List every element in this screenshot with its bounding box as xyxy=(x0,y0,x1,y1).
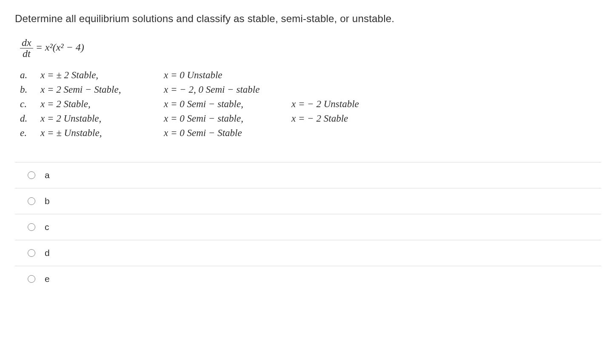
option-row-b[interactable]: b xyxy=(15,188,601,214)
radio-c[interactable] xyxy=(28,223,35,231)
answer-label: d. xyxy=(20,113,40,124)
equation-rhs: = x²(x² − 4) xyxy=(33,42,84,53)
radio-b[interactable] xyxy=(28,197,35,205)
option-row-a[interactable]: a xyxy=(15,162,601,188)
answer-choices-block: a. x = ± 2 Stable, x = 0 Unstable b. x =… xyxy=(20,70,601,139)
option-label: a xyxy=(45,170,50,180)
answer-part2: x = 0 Unstable xyxy=(164,70,291,81)
answer-label: e. xyxy=(20,128,40,139)
option-label: c xyxy=(45,222,49,232)
answer-choice-c: c. x = 2 Stable, x = 0 Semi − stable, x … xyxy=(20,99,601,110)
fraction-numerator: dx xyxy=(20,37,33,48)
answer-part3: x = − 2 Unstable xyxy=(291,99,359,110)
option-label: d xyxy=(45,248,50,258)
radio-options-list: a b c d e xyxy=(15,162,601,292)
radio-e[interactable] xyxy=(28,275,35,283)
answer-part2: x = 0 Semi − stable, xyxy=(164,99,291,110)
answer-part2: x = − 2, 0 Semi − stable xyxy=(164,84,291,95)
answer-label: a. xyxy=(20,70,40,81)
radio-d[interactable] xyxy=(28,249,35,257)
answer-part3: x = − 2 Stable xyxy=(291,113,348,124)
answer-part1: x = 2 Semi − Stable, xyxy=(40,84,164,95)
answer-choice-a: a. x = ± 2 Stable, x = 0 Unstable xyxy=(20,70,601,81)
answer-part1: x = ± 2 Stable, xyxy=(40,70,164,81)
question-prompt: Determine all equilibrium solutions and … xyxy=(15,13,601,25)
answer-choice-e: e. x = ± Unstable, x = 0 Semi − Stable xyxy=(20,128,601,139)
answer-label: b. xyxy=(20,84,40,95)
fraction-dx-dt: dx dt xyxy=(20,37,33,59)
option-row-d[interactable]: d xyxy=(15,240,601,266)
answer-part1: x = ± Unstable, xyxy=(40,128,164,139)
differential-equation: dx dt = x²(x² − 4) xyxy=(20,37,601,59)
answer-choice-d: d. x = 2 Unstable, x = 0 Semi − stable, … xyxy=(20,113,601,124)
answer-choice-b: b. x = 2 Semi − Stable, x = − 2, 0 Semi … xyxy=(20,84,601,95)
option-row-c[interactable]: c xyxy=(15,214,601,240)
option-row-e[interactable]: e xyxy=(15,266,601,292)
option-label: b xyxy=(45,196,50,206)
answer-part2: x = 0 Semi − stable, xyxy=(164,113,291,124)
answer-part1: x = 2 Stable, xyxy=(40,99,164,110)
answer-part1: x = 2 Unstable, xyxy=(40,113,164,124)
radio-a[interactable] xyxy=(28,171,35,179)
answer-part2: x = 0 Semi − Stable xyxy=(164,128,291,139)
fraction-denominator: dt xyxy=(20,48,33,59)
option-label: e xyxy=(45,274,50,284)
answer-label: c. xyxy=(20,99,40,110)
